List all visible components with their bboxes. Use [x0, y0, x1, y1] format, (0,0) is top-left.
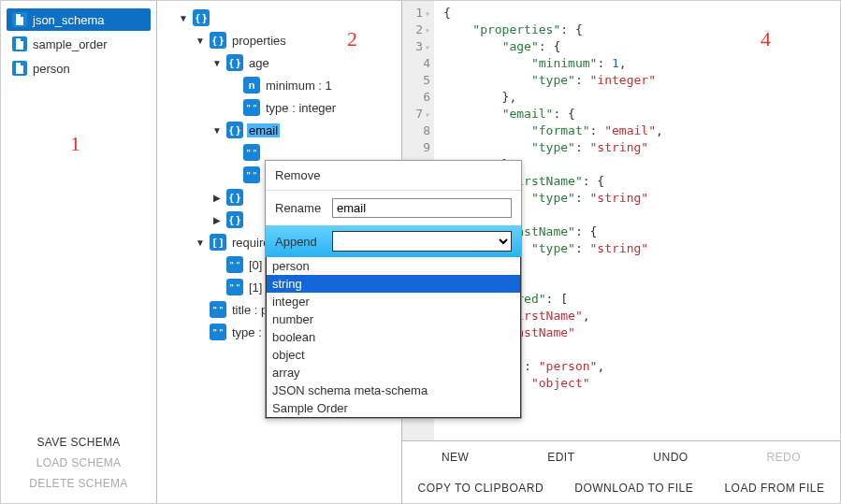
tree-label: minimum : 1	[264, 79, 332, 93]
remove-row[interactable]: Remove	[266, 161, 521, 191]
schema-item-label: sample_order	[33, 37, 108, 51]
redo-button[interactable]: REDO	[766, 451, 801, 464]
file-icon	[12, 36, 27, 51]
append-label: Append	[275, 235, 326, 249]
toggle-icon[interactable]: ▶	[211, 193, 223, 203]
object-badge-icon: { }	[226, 189, 243, 206]
string-badge-icon: " "	[243, 166, 260, 183]
append-option[interactable]: person	[267, 257, 520, 275]
tree-root[interactable]: ▼ { }	[157, 7, 398, 29]
schema-item-person[interactable]: person	[7, 57, 151, 79]
string-badge-icon: " "	[210, 324, 226, 340]
edit-button[interactable]: EDIT	[547, 451, 574, 464]
rename-label: Rename	[275, 201, 326, 215]
tree-label: age	[247, 56, 269, 70]
tree-label: type : integer	[264, 101, 336, 115]
string-badge-icon: " "	[243, 144, 260, 161]
toggle-icon[interactable]: ▼	[195, 36, 206, 46]
object-badge-icon: { }	[226, 54, 243, 71]
string-badge-icon: " "	[243, 99, 260, 116]
object-badge-icon: { }	[193, 9, 210, 26]
object-badge-icon: { }	[226, 211, 243, 228]
string-badge-icon: " "	[226, 256, 243, 273]
new-button[interactable]: NEW	[442, 451, 470, 464]
toggle-icon[interactable]: ▶	[211, 215, 223, 225]
schema-list: json_schema sample_order person	[7, 8, 151, 79]
toggle-icon[interactable]: ▼	[178, 13, 189, 23]
tree-age-type[interactable]: ▼ " " type : integer	[157, 96, 398, 119]
load-schema-button[interactable]: LOAD SCHEMA	[36, 456, 122, 469]
append-select[interactable]	[332, 231, 512, 252]
load-from-file-button[interactable]: LOAD FROM FILE	[724, 482, 824, 495]
append-option[interactable]: object	[267, 346, 520, 364]
schema-item-label: json_schema	[33, 13, 105, 27]
tree-age[interactable]: ▼ { } age	[157, 51, 398, 74]
sidebar: json_schema sample_order person SAVE SCH…	[1, 1, 157, 503]
download-button[interactable]: DOWNLOAD TO FILE	[574, 482, 693, 495]
append-option[interactable]: string	[267, 275, 520, 293]
schema-item-json_schema[interactable]: json_schema	[7, 8, 151, 31]
number-badge-icon: n	[243, 77, 260, 94]
append-option[interactable]: JSON schema meta-schema	[267, 382, 520, 399]
array-badge-icon: [ ]	[210, 234, 226, 251]
string-badge-icon: " "	[226, 279, 243, 295]
rename-input[interactable]	[332, 198, 512, 218]
toggle-icon[interactable]: ▼	[211, 58, 223, 68]
save-schema-button[interactable]: SAVE SCHEMA	[36, 436, 120, 449]
object-badge-icon: { }	[226, 122, 243, 138]
append-option[interactable]: number	[267, 310, 520, 328]
file-icon	[12, 61, 27, 76]
undo-button[interactable]: UNDO	[653, 451, 688, 464]
append-option[interactable]: integer	[267, 293, 520, 310]
context-popup: Remove Rename Append personstringinteger…	[265, 160, 522, 419]
tree-label: email	[247, 123, 280, 137]
delete-schema-button[interactable]: DELETE SCHEMA	[29, 477, 127, 490]
append-option[interactable]: array	[267, 364, 520, 382]
editor-toolbar: NEW EDIT UNDO REDO COPY TO CLIPBOARD DOW…	[402, 440, 840, 503]
object-badge-icon: { }	[210, 32, 226, 49]
append-option[interactable]: Sample Order	[267, 399, 520, 417]
file-icon	[12, 12, 27, 27]
append-dropdown: personstringintegernumberbooleanobjectar…	[266, 257, 521, 418]
schema-item-label: person	[33, 62, 70, 76]
schema-actions: SAVE SCHEMA LOAD SCHEMA DELETE SCHEMA	[7, 436, 151, 496]
append-option[interactable]: boolean	[267, 328, 520, 346]
schema-item-sample_order[interactable]: sample_order	[7, 33, 151, 55]
copy-button[interactable]: COPY TO CLIPBOARD	[418, 482, 544, 495]
toggle-icon[interactable]: ▼	[211, 125, 223, 136]
append-row: Append	[266, 225, 521, 257]
rename-row: Rename	[266, 191, 521, 225]
tree-properties[interactable]: ▼ { } properties	[157, 29, 398, 51]
tree-label: properties	[230, 34, 286, 48]
string-badge-icon: " "	[210, 301, 226, 318]
tree-email[interactable]: ▼ { } email	[157, 119, 398, 141]
remove-label: Remove	[275, 168, 320, 182]
tree-age-minimum[interactable]: ▼ n minimum : 1	[157, 74, 398, 96]
toggle-icon[interactable]: ▼	[195, 238, 206, 248]
